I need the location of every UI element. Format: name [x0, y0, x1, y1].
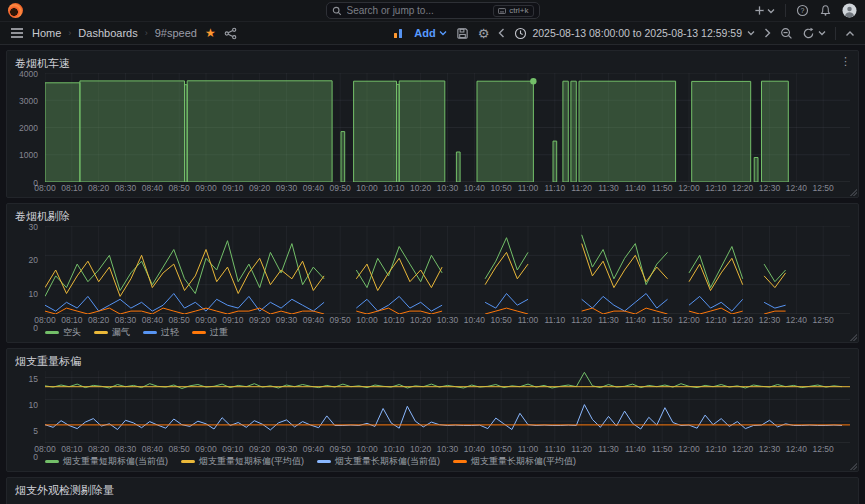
- y-tick-label: 10: [29, 400, 38, 410]
- x-tick-label: 11:00: [518, 444, 539, 454]
- x-tick-label: 11:20: [571, 315, 592, 325]
- x-tick-label: 10:20: [410, 444, 431, 454]
- legend-item[interactable]: 烟支重量长期标偏(当前值): [317, 455, 440, 468]
- x-tick-label: 09:50: [330, 444, 351, 454]
- chevron-down-icon: [767, 8, 775, 14]
- panel-title[interactable]: 卷烟机剔除: [15, 209, 850, 226]
- time-range-text: 2025-08-13 08:00:00 to 2025-08-13 12:59:…: [532, 27, 742, 39]
- search-box[interactable]: ctrl+k: [326, 2, 540, 19]
- chart-legend: 空头漏气过轻过重: [45, 326, 850, 339]
- legend-item[interactable]: 过重: [192, 326, 228, 339]
- x-tick-label: 10:00: [356, 183, 377, 193]
- x-tick-label: 12:40: [786, 183, 807, 193]
- x-tick-label: 12:50: [813, 444, 834, 454]
- search-shortcut-badge: ctrl+k: [493, 5, 533, 17]
- x-tick-label: 09:00: [195, 444, 216, 454]
- x-tick-label: 12:40: [786, 315, 807, 325]
- panel-title[interactable]: 卷烟机车速: [15, 56, 850, 73]
- legend-item[interactable]: 烟支重量短期标偏(当前值): [45, 455, 168, 468]
- breadcrumb-separator: ›: [145, 28, 148, 38]
- x-tick-label: 09:10: [222, 444, 243, 454]
- help-icon[interactable]: ?: [796, 4, 809, 17]
- x-tick-label: 11:50: [652, 183, 673, 193]
- x-tick-label: 12:20: [732, 444, 753, 454]
- x-tick-label: 11:20: [571, 444, 592, 454]
- legend-series-color: [143, 331, 157, 334]
- breadcrumb-separator: ›: [68, 28, 71, 38]
- collapse-toolbar-button[interactable]: [845, 30, 855, 37]
- panel-menu-icon[interactable]: ⋮: [840, 55, 851, 68]
- legend-item[interactable]: 烟支重量长期标偏(平均值): [453, 455, 576, 468]
- x-tick-label: 11:40: [625, 315, 646, 325]
- x-tick-label: 10:50: [491, 183, 512, 193]
- dashboard-settings-button[interactable]: ⚙: [478, 27, 490, 40]
- zoom-out-button[interactable]: [780, 27, 793, 40]
- share-icon[interactable]: [224, 27, 237, 40]
- x-tick-label: 10:00: [356, 444, 377, 454]
- legend-item[interactable]: 烟支重量短期标偏(平均值): [181, 455, 304, 468]
- x-axis: 08:0008:1008:2008:3008:4008:5009:0009:10…: [45, 314, 850, 326]
- add-button[interactable]: Add: [414, 27, 446, 39]
- chevron-down-icon: [439, 30, 447, 36]
- y-tick-label: 2000: [19, 123, 38, 133]
- legend-series-label: 过重: [210, 326, 228, 339]
- legend-series-color: [45, 460, 59, 463]
- divider: [785, 4, 786, 17]
- time-shift-forward-button[interactable]: [764, 28, 771, 38]
- x-tick-label: 08:50: [169, 183, 190, 193]
- x-tick-label: 08:20: [88, 183, 109, 193]
- notifications-bell-icon[interactable]: [819, 4, 832, 17]
- panel-title[interactable]: 烟支重量标偏: [15, 354, 850, 371]
- panel-resize-handle[interactable]: [849, 333, 857, 341]
- weight-deviation-chart[interactable]: [45, 371, 850, 443]
- search-icon: [332, 6, 342, 16]
- legend-item[interactable]: 过轻: [143, 326, 179, 339]
- breadcrumb-home[interactable]: Home: [32, 27, 61, 39]
- legend-item[interactable]: 空头: [45, 326, 81, 339]
- search-input[interactable]: [347, 5, 489, 16]
- x-tick-label: 08:00: [34, 444, 55, 454]
- x-tick-label: 09:40: [303, 444, 324, 454]
- favorite-star-icon[interactable]: ★: [205, 27, 216, 39]
- refresh-button[interactable]: [802, 27, 826, 40]
- x-tick-label: 11:40: [625, 444, 646, 454]
- legend-series-label: 空头: [63, 326, 81, 339]
- chevron-down-icon: [747, 30, 755, 36]
- panel-machine-speed: 卷烟机车速 ⋮ 01000200030004000 08:0008:1008:2…: [6, 50, 859, 198]
- grafana-logo[interactable]: [8, 3, 23, 18]
- x-tick-label: 09:40: [303, 183, 324, 193]
- x-tick-label: 10:00: [356, 315, 377, 325]
- x-tick-label: 10:20: [410, 183, 431, 193]
- x-axis: 08:0008:1008:2008:3008:4008:5009:0009:10…: [45, 182, 850, 194]
- rejects-line-chart[interactable]: [45, 226, 850, 314]
- x-tick-label: 09:30: [276, 315, 297, 325]
- x-tick-label: 11:30: [598, 183, 619, 193]
- panel-resize-handle[interactable]: [849, 188, 857, 196]
- x-tick-label: 09:00: [195, 315, 216, 325]
- legend-series-color: [45, 331, 59, 334]
- time-range-picker[interactable]: 2025-08-13 08:00:00 to 2025-08-13 12:59:…: [514, 27, 755, 40]
- x-tick-label: 09:20: [249, 444, 270, 454]
- time-shift-back-button[interactable]: [498, 28, 505, 38]
- breadcrumb-dashboards[interactable]: Dashboards: [78, 27, 137, 39]
- x-tick-label: 08:00: [34, 315, 55, 325]
- new-menu-button[interactable]: [754, 5, 775, 16]
- x-tick-label: 11:10: [545, 183, 566, 193]
- panel-title[interactable]: 烟支外观检测剔除量: [15, 483, 850, 500]
- panel-resize-handle[interactable]: [849, 462, 857, 470]
- y-axis: 01000200030004000: [15, 73, 45, 182]
- x-tick-label: 08:20: [88, 444, 109, 454]
- mega-menu-icon[interactable]: [10, 27, 24, 39]
- x-tick-label: 10:20: [410, 315, 431, 325]
- user-avatar[interactable]: [842, 3, 857, 18]
- x-tick-label: 09:50: [330, 183, 351, 193]
- x-tick-label: 10:10: [383, 315, 404, 325]
- legend-item[interactable]: 漏气: [94, 326, 130, 339]
- x-tick-label: 12:30: [759, 315, 780, 325]
- x-tick-label: 08:40: [142, 444, 163, 454]
- save-dashboard-button[interactable]: [456, 27, 469, 40]
- x-tick-label: 10:30: [437, 444, 458, 454]
- speed-area-chart[interactable]: [45, 73, 850, 182]
- x-tick-label: 11:30: [598, 444, 619, 454]
- y-tick-label: 3000: [19, 96, 38, 106]
